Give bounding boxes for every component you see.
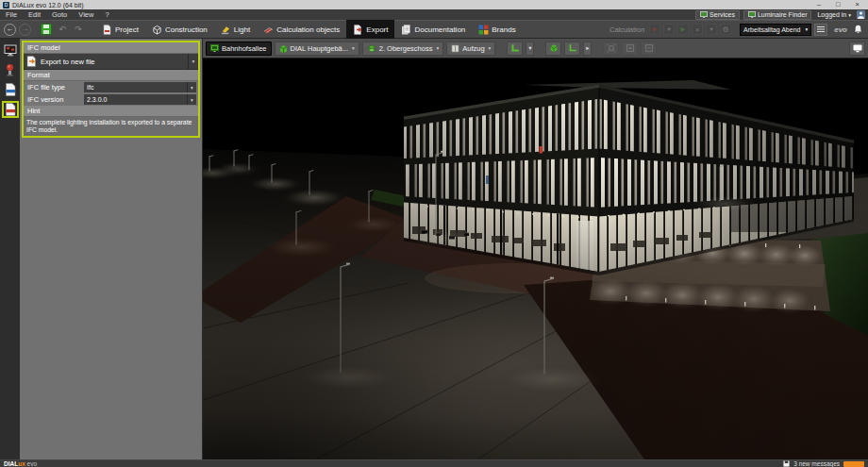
breadcrumb-site[interactable]: Bahnhofsallee xyxy=(206,42,272,56)
documentation-icon xyxy=(401,25,411,35)
view-mode-dropdown[interactable]: ▾ xyxy=(526,42,534,56)
sidebar-item-image-export[interactable] xyxy=(2,42,19,58)
view-mode-button[interactable] xyxy=(507,42,523,56)
notification-progress-bar[interactable] xyxy=(843,461,864,467)
export-mode-value: Export to new file xyxy=(41,58,95,66)
ifc-version-select[interactable]: 2.3.0.0 ▾ xyxy=(84,94,196,105)
tab-light[interactable]: Light xyxy=(214,20,257,39)
chevron-down-icon: ▾ xyxy=(436,45,439,51)
tab-project[interactable]: Project xyxy=(95,20,145,39)
menubar: File Edit Goto View ? Services Luminaire… xyxy=(0,9,868,20)
panel-title: IFC model xyxy=(24,42,198,54)
menu-view[interactable]: View xyxy=(73,9,99,20)
menu-edit[interactable]: Edit xyxy=(23,9,46,20)
view-more-button[interactable]: ▸ xyxy=(583,42,592,56)
window-title: DIALux evo 12.0 (64 bit) xyxy=(12,2,84,8)
services-button[interactable]: Services xyxy=(695,10,740,20)
cancel-calculation-button: × xyxy=(692,24,703,35)
tab-construction[interactable]: Construction xyxy=(145,20,214,39)
statusbar: DIALux evo 3 new messages xyxy=(0,459,868,467)
tab-label: Construction xyxy=(165,25,208,34)
breadcrumb-label: Aufzug xyxy=(462,44,484,53)
breadcrumb-building[interactable]: DIAL Hauptgebä... ▾ xyxy=(275,42,359,56)
start-calculation-button: ▶ xyxy=(649,24,660,35)
minimize-button[interactable]: – xyxy=(817,0,821,9)
ifc-model-section: IFC model Export to new file ▾ Format IF… xyxy=(22,41,200,138)
chevron-down-icon: ▾ xyxy=(805,26,808,32)
axes-view-icon xyxy=(510,43,520,53)
3d-scene-canvas[interactable] xyxy=(203,58,868,459)
tab-calculation-objects[interactable]: Calculation objects xyxy=(257,20,346,39)
menu-file[interactable]: File xyxy=(0,9,23,20)
hint-text: The complete lighting installation is ex… xyxy=(24,117,198,136)
tab-label: Calculation objects xyxy=(276,25,340,34)
resume-calculation-button: ▶ xyxy=(677,24,689,35)
tab-export[interactable]: Export xyxy=(346,20,394,39)
breadcrumb-storey[interactable]: 2. Obergeschoss ▾ xyxy=(362,42,443,56)
chevron-down-icon: ▾ xyxy=(187,94,196,105)
chevron-down-icon: ▾ xyxy=(352,45,355,51)
cube-3d-icon xyxy=(549,43,559,53)
mode-tabs: Project Construction Light Calculation o… xyxy=(95,20,523,39)
undo-button: ↶ xyxy=(56,23,69,36)
ifc-version-label: IFC version xyxy=(27,95,82,104)
viewport-toolbar: Bahnhofsallee DIAL Hauptgebä... ▾ 2. Obe… xyxy=(203,39,868,58)
hint-header: Hint xyxy=(24,106,198,117)
menu-help[interactable]: ? xyxy=(99,9,114,20)
dwg-export-icon xyxy=(5,83,16,96)
titlebar: D DIALux evo 12.0 (64 bit) – □ × xyxy=(0,0,868,9)
ifc-file-type-select[interactable]: Ifc ▾ xyxy=(84,82,196,92)
back-button[interactable]: ← xyxy=(4,24,16,36)
export-icon xyxy=(353,25,363,35)
menu-goto[interactable]: Goto xyxy=(46,9,73,20)
luminaire-finder-button[interactable]: Luminaire Finder xyxy=(743,10,812,20)
dialux-evo-window: D DIALux evo 12.0 (64 bit) – □ × File Ed… xyxy=(0,0,868,467)
site-view-icon xyxy=(210,44,219,52)
zoom-in-button xyxy=(622,42,638,56)
light-scene-select[interactable]: Arbeitsalltag Abend ▾ xyxy=(740,24,811,36)
app-brand: DIALux evo xyxy=(4,460,37,467)
brands-icon xyxy=(478,25,489,35)
display-options-button[interactable] xyxy=(849,42,865,56)
save-icon xyxy=(41,24,52,35)
close-button[interactable]: × xyxy=(856,0,860,9)
ifc-file-type-label: IFC file type xyxy=(27,83,82,92)
scene-list-button[interactable] xyxy=(814,24,827,36)
tab-label: Light xyxy=(234,25,250,34)
sidebar-item-dwg-export[interactable] xyxy=(2,81,19,98)
building-icon xyxy=(279,44,288,53)
gear-icon: ⚙ xyxy=(720,24,731,35)
ifc-file-type-row: IFC file type Ifc ▾ xyxy=(24,81,198,93)
plan-view-button[interactable] xyxy=(564,42,580,56)
ifc-export-icon xyxy=(5,103,16,116)
elevator-room-icon xyxy=(451,44,459,53)
tab-documentation[interactable]: Documentation xyxy=(394,20,472,39)
calculation-controls: Calculation ▶ ▾ ▶ × ▾ ⚙ Arbeitsalltag Ab… xyxy=(609,24,864,36)
breadcrumb-room[interactable]: Aufzug ▾ xyxy=(446,42,495,56)
logged-in-menu[interactable]: Logged in ▾ xyxy=(815,11,853,18)
3d-view-button[interactable] xyxy=(545,42,561,56)
save-status-icon xyxy=(783,460,790,467)
plan-view-icon xyxy=(568,43,577,53)
sidebar-item-ifc-export[interactable] xyxy=(2,101,19,118)
export-mode-select[interactable]: Export to new file ▾ xyxy=(24,54,198,70)
messages-link[interactable]: 3 new messages xyxy=(793,460,840,467)
ifc-file-type-value: Ifc xyxy=(87,84,93,91)
notifications-bell-icon[interactable] xyxy=(854,25,862,34)
tab-brands[interactable]: Brands xyxy=(472,20,522,39)
avatar[interactable] xyxy=(857,10,865,19)
main-toolbar: ← → ↶ ↷ Project Construction Light Calcu… xyxy=(0,20,868,39)
calculation-objects-icon xyxy=(263,25,274,35)
save-button[interactable] xyxy=(40,23,53,36)
zoom-out-icon xyxy=(644,43,654,53)
chevron-down-icon: ▾ xyxy=(187,82,196,92)
zoom-fit-icon xyxy=(607,43,616,53)
tab-label: Brands xyxy=(492,25,515,34)
export-file-icon xyxy=(26,56,37,67)
ifc-version-value: 2.3.0.0 xyxy=(87,96,107,103)
maximize-button[interactable]: □ xyxy=(836,0,841,9)
tab-label: Project xyxy=(115,25,139,34)
sidebar-item-luminaire-export[interactable] xyxy=(2,61,19,78)
luminaire-finder-label: Luminaire Finder xyxy=(758,11,808,18)
light-icon xyxy=(221,25,231,35)
